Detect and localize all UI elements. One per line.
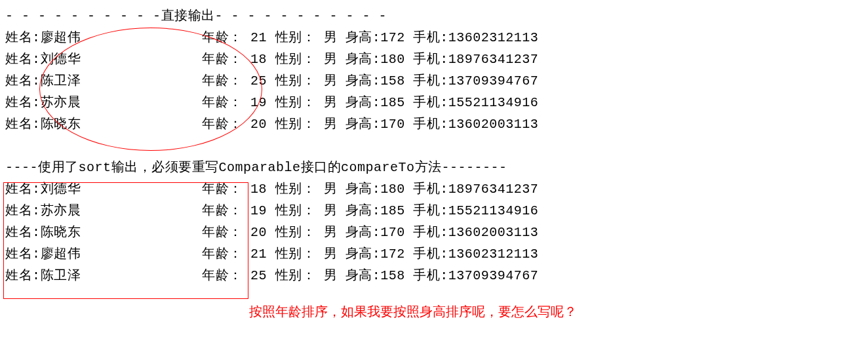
height-value: 158 [380, 268, 405, 283]
age-label: 年龄： [202, 268, 243, 283]
name-value: 廖超伟 [41, 247, 81, 262]
gender-label: 性别： [275, 30, 316, 45]
name-label: 姓名: [5, 203, 41, 218]
height-value: 180 [380, 52, 405, 67]
height-label: 身高: [345, 247, 381, 262]
height-label: 身高: [345, 95, 381, 110]
name-label: 姓名: [5, 225, 41, 240]
name-value: 陈晓东 [41, 117, 81, 132]
data-row: 姓名:刘德华 年龄： 18 性别： 男 身高:180 手机:1897634123… [5, 178, 868, 200]
age-value: 19 [250, 203, 267, 218]
gender-label: 性别： [275, 247, 316, 262]
height-value: 170 [380, 225, 405, 240]
age-label: 年龄： [202, 117, 243, 132]
phone-value: 13709394767 [448, 73, 539, 89]
name-label: 姓名: [5, 247, 41, 262]
age-label: 年龄： [202, 52, 243, 67]
height-value: 158 [380, 73, 405, 89]
height-label: 身高: [345, 73, 381, 89]
gender-label: 性别： [275, 182, 316, 197]
phone-label: 手机: [413, 95, 448, 110]
section2-title: ----使用了sort输出，必须要重写Comparable接口的compareT… [5, 157, 868, 178]
phone-value: 15521134916 [448, 95, 539, 110]
data-row: 姓名:陈晓东 年龄： 20 性别： 男 身高:170 手机:1360200311… [5, 113, 868, 135]
phone-label: 手机: [413, 52, 448, 67]
name-label: 姓名: [5, 30, 41, 45]
name-label: 姓名: [5, 73, 41, 89]
age-value: 21 [250, 247, 267, 262]
age-label: 年龄： [202, 225, 243, 240]
phone-value: 13602003113 [448, 117, 539, 132]
gender-value: 男 [324, 95, 338, 110]
data-row: 姓名:苏亦晨 年龄： 19 性别： 男 身高:185 手机:1552113491… [5, 200, 868, 222]
phone-value: 15521134916 [448, 203, 539, 218]
phone-label: 手机: [413, 203, 448, 218]
age-label: 年龄： [202, 182, 243, 197]
name-value: 陈卫泽 [41, 268, 81, 283]
height-value: 180 [380, 182, 405, 197]
age-label: 年龄： [202, 30, 243, 45]
gender-value: 男 [324, 247, 338, 262]
age-label: 年龄： [202, 247, 243, 262]
age-label: 年龄： [202, 203, 243, 218]
height-value: 172 [380, 30, 405, 45]
name-value: 刘德华 [41, 52, 81, 67]
age-value: 18 [250, 182, 267, 197]
age-value: 18 [250, 52, 267, 67]
age-value: 20 [250, 225, 267, 240]
data-row: 姓名:廖超伟 年龄： 21 性别： 男 身高:172 手机:1360231211… [5, 27, 868, 49]
phone-value: 13602003113 [448, 225, 539, 240]
age-value: 19 [250, 95, 267, 110]
phone-label: 手机: [413, 117, 448, 132]
data-row: 姓名:陈卫泽 年龄： 25 性别： 男 身高:158 手机:1370939476… [5, 70, 868, 92]
gender-value: 男 [324, 182, 338, 197]
height-label: 身高: [345, 225, 381, 240]
phone-value: 13709394767 [448, 268, 539, 283]
name-value: 苏亦晨 [41, 203, 81, 218]
name-value: 刘德华 [41, 182, 81, 197]
gender-label: 性别： [275, 117, 316, 132]
name-value: 苏亦晨 [41, 95, 81, 110]
phone-label: 手机: [413, 30, 448, 45]
name-label: 姓名: [5, 95, 41, 110]
name-label: 姓名: [5, 117, 41, 132]
height-value: 185 [380, 95, 405, 110]
age-value: 25 [250, 268, 267, 283]
gender-label: 性别： [275, 52, 316, 67]
top-truncated-line [5, 0, 868, 5]
gender-value: 男 [324, 73, 338, 89]
gender-value: 男 [324, 52, 338, 67]
age-label: 年龄： [202, 95, 243, 110]
phone-value: 13602312113 [448, 247, 539, 262]
phone-label: 手机: [413, 73, 448, 89]
annotation-comment: 按照年龄排序，如果我要按照身高排序呢，要怎么写呢？ [249, 302, 577, 323]
phone-label: 手机: [413, 182, 448, 197]
age-value: 20 [250, 117, 267, 132]
height-label: 身高: [345, 52, 381, 67]
data-row: 姓名:苏亦晨 年龄： 19 性别： 男 身高:185 手机:1552113491… [5, 92, 868, 113]
age-label: 年龄： [202, 73, 243, 89]
height-label: 身高: [345, 30, 381, 45]
height-value: 172 [380, 247, 405, 262]
blank-line [5, 135, 868, 157]
name-label: 姓名: [5, 182, 41, 197]
data-row: 姓名:陈晓东 年龄： 20 性别： 男 身高:170 手机:1360200311… [5, 222, 868, 243]
name-label: 姓名: [5, 52, 41, 67]
gender-value: 男 [324, 117, 338, 132]
phone-label: 手机: [413, 247, 448, 262]
data-row: 姓名:陈卫泽 年龄： 25 性别： 男 身高:158 手机:1370939476… [5, 265, 868, 287]
phone-label: 手机: [413, 225, 448, 240]
section1-title: - - - - - - - - - -直接输出- - - - - - - - -… [5, 5, 868, 27]
name-value: 陈晓东 [41, 225, 81, 240]
gender-label: 性别： [275, 73, 316, 89]
data-row: 姓名:刘德华 年龄： 18 性别： 男 身高:180 手机:1897634123… [5, 49, 868, 70]
name-value: 廖超伟 [41, 30, 81, 45]
phone-value: 18976341237 [448, 182, 539, 197]
gender-label: 性别： [275, 268, 316, 283]
height-value: 185 [380, 203, 405, 218]
gender-value: 男 [324, 225, 338, 240]
gender-value: 男 [324, 30, 338, 45]
gender-label: 性别： [275, 225, 316, 240]
name-label: 姓名: [5, 268, 41, 283]
age-value: 21 [250, 30, 267, 45]
